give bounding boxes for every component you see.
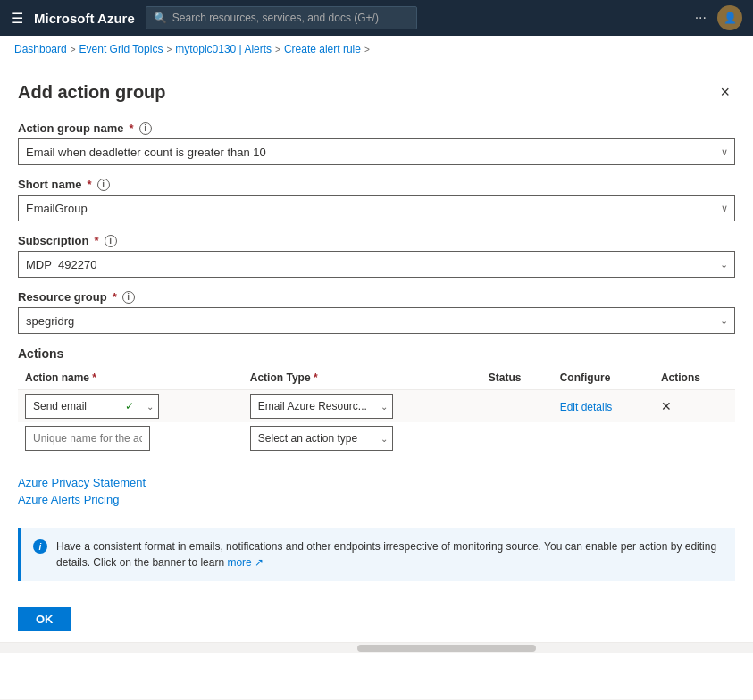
breadcrumb-sep-2: >: [166, 45, 172, 54]
breadcrumb-sep-3: >: [275, 45, 280, 54]
new-action-name-cell: [18, 422, 243, 454]
col-action-type: Action Type *: [243, 368, 481, 390]
user-avatar[interactable]: 👤: [717, 5, 742, 30]
new-status-cell: [481, 422, 553, 454]
action-name-select[interactable]: Send email: [25, 394, 159, 419]
close-button[interactable]: ×: [715, 81, 735, 104]
action-type-select[interactable]: Email Azure Resourc...: [250, 394, 393, 419]
action-group-name-info-icon: i: [139, 122, 152, 135]
scroll-thumb[interactable]: [357, 645, 536, 652]
breadcrumb-alerts[interactable]: mytopic0130 | Alerts: [175, 43, 272, 55]
hamburger-menu-icon[interactable]: ☰: [11, 10, 23, 27]
subscription-required: *: [94, 234, 98, 247]
info-banner: i Have a consistent format in emails, no…: [18, 528, 735, 581]
resource-group-wrapper: spegridrg ⌄: [18, 307, 735, 334]
row-action-name-cell: Send email ✓ ⌄: [18, 390, 243, 423]
learn-more-link[interactable]: more ↗: [227, 556, 264, 569]
search-placeholder: Search resources, services, and docs (G+…: [172, 12, 379, 24]
main-content: Add action group × Action group name * i…: [0, 63, 753, 699]
resource-group-select[interactable]: spegridrg: [18, 307, 735, 334]
col-status: Status: [481, 368, 553, 390]
search-icon: 🔍: [154, 12, 167, 24]
new-action-type-wrapper: Select an action type Email Azure Resour…: [250, 426, 393, 451]
brand-name: Microsoft Azure: [34, 11, 135, 26]
short-name-input[interactable]: [18, 195, 735, 221]
resource-group-group: Resource group * i spegridrg ⌄: [18, 290, 735, 334]
links-section: Azure Privacy Statement Azure Alerts Pri…: [18, 469, 735, 521]
resource-group-info-icon: i: [122, 291, 135, 304]
breadcrumb-dashboard[interactable]: Dashboard: [14, 43, 67, 55]
add-action-group-panel: Add action group × Action group name * i…: [0, 63, 753, 581]
table-row: Send email ✓ ⌄ Email Azure Resourc...: [18, 390, 735, 423]
subscription-select[interactable]: MDP_492270: [18, 251, 735, 278]
actions-table-header: Action name * Action Type * Status Confi…: [18, 368, 735, 390]
top-navigation: ☰ Microsoft Azure 🔍 Search resources, se…: [0, 0, 753, 36]
action-name-select-wrapper: Send email ✓ ⌄: [25, 394, 159, 419]
actions-section-title: Actions: [18, 346, 735, 361]
edit-details-link[interactable]: Edit details: [560, 401, 613, 413]
privacy-statement-link[interactable]: Azure Privacy Statement: [18, 476, 735, 489]
row-configure-cell: Edit details: [553, 390, 654, 423]
subscription-group: Subscription * i MDP_492270 ⌄: [18, 234, 735, 278]
action-group-name-group: Action group name * i ∨: [18, 121, 735, 165]
breadcrumb-sep-4: >: [364, 45, 370, 54]
new-configure-cell: [553, 422, 654, 454]
new-action-type-cell: Select an action type Email Azure Resour…: [243, 422, 481, 454]
col-configure: Configure: [553, 368, 654, 390]
short-name-label: Short name * i: [18, 178, 735, 191]
alerts-pricing-link[interactable]: Azure Alerts Pricing: [18, 493, 735, 506]
resource-group-label: Resource group * i: [18, 290, 735, 304]
row-delete-cell: ✕: [654, 390, 735, 423]
new-action-name-input[interactable]: [25, 426, 150, 451]
action-type-select-wrapper: Email Azure Resourc... ⌄: [250, 394, 393, 419]
breadcrumb: Dashboard > Event Grid Topics > mytopic0…: [0, 36, 753, 63]
new-action-type-select[interactable]: Select an action type Email Azure Resour…: [250, 426, 393, 451]
subscription-label: Subscription * i: [18, 234, 735, 247]
actions-section: Actions Action name * Action Type * Stat…: [18, 346, 735, 454]
ok-button[interactable]: OK: [18, 607, 71, 631]
col-actions: Actions: [654, 368, 735, 390]
action-group-name-input[interactable]: [18, 138, 735, 165]
subscription-wrapper: MDP_492270 ⌄: [18, 251, 735, 278]
new-delete-cell: [654, 422, 735, 454]
breadcrumb-sep-1: >: [71, 45, 76, 54]
action-group-name-wrapper: ∨: [18, 138, 735, 165]
short-name-group: Short name * i ∨: [18, 178, 735, 221]
action-group-name-label: Action group name * i: [18, 121, 735, 135]
new-action-row: Select an action type Email Azure Resour…: [18, 422, 735, 454]
panel-header: Add action group ×: [18, 81, 735, 104]
info-banner-icon: i: [33, 539, 47, 554]
short-name-info-icon: i: [97, 179, 110, 191]
bottom-scrollbar[interactable]: [0, 642, 753, 653]
col-required: *: [92, 371, 96, 384]
col-type-required: *: [314, 371, 318, 384]
required-indicator: *: [129, 121, 133, 135]
search-bar[interactable]: 🔍 Search resources, services, and docs (…: [146, 6, 417, 29]
delete-row-button[interactable]: ✕: [661, 399, 672, 413]
panel-footer: OK: [0, 596, 753, 642]
actions-table: Action name * Action Type * Status Confi…: [18, 368, 735, 454]
subscription-info-icon: i: [105, 235, 117, 247]
row-action-type-cell: Email Azure Resourc... ⌄: [243, 390, 481, 423]
short-name-required: *: [88, 178, 92, 191]
breadcrumb-create-alert[interactable]: Create alert rule: [284, 43, 361, 55]
resource-group-required: *: [113, 290, 117, 304]
info-banner-text: Have a consistent format in emails, noti…: [56, 538, 723, 571]
more-options-icon[interactable]: ···: [695, 10, 707, 26]
short-name-wrapper: ∨: [18, 195, 735, 221]
panel-title: Add action group: [18, 82, 166, 103]
col-action-name: Action name *: [18, 368, 243, 390]
row-status-cell: [481, 390, 553, 423]
breadcrumb-event-grid[interactable]: Event Grid Topics: [79, 43, 163, 55]
